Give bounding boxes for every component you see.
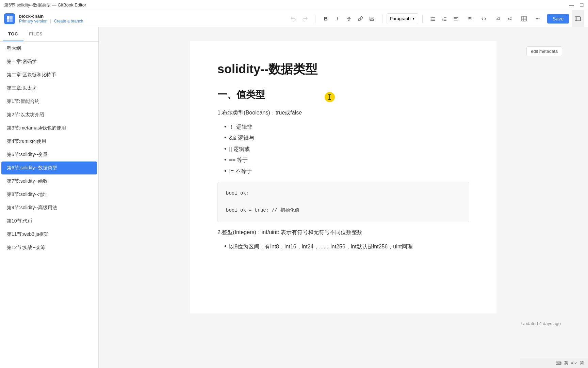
list-item: || 逻辑或 — [224, 143, 469, 154]
paragraph-chevron: ▼ — [412, 17, 415, 20]
keyboard-icon: ⌨ — [556, 361, 561, 366]
svg-rect-0 — [7, 16, 10, 19]
svg-point-25 — [536, 18, 537, 19]
sidebar-tabs: TOC FILES — [0, 27, 98, 42]
sep2 — [382, 15, 382, 23]
list-item: != 不等于 — [224, 166, 469, 177]
minimize-icon[interactable]: — — [569, 2, 574, 8]
sidebar-item-item-6[interactable]: 第2节:以太坊介绍 — [1, 108, 97, 121]
sidebar-item-item-7[interactable]: 第3节:metamask钱包的使用 — [1, 122, 97, 135]
svg-rect-4 — [370, 17, 374, 20]
indent-button[interactable] — [451, 13, 461, 24]
bullet-text: ！ 逻辑非 — [229, 122, 252, 132]
bullet-text: 以8位为区间，有int8，int16，int24，....，int256，int… — [229, 242, 413, 252]
window-controls: — ☐ — [569, 2, 584, 8]
svg-rect-19 — [471, 17, 472, 19]
more-button[interactable] — [532, 13, 543, 24]
edit-metadata-button[interactable]: edit metadata — [526, 46, 562, 56]
bullet-text: || 逻辑或 — [229, 144, 250, 154]
svg-rect-1 — [10, 16, 13, 19]
svg-point-8 — [431, 18, 432, 19]
sidebar-item-item-4[interactable]: 第三章:以太坊 — [1, 82, 97, 95]
paragraph-label: Paragraph — [390, 16, 410, 21]
main-layout: TOC FILES 程大纲第一章:密码学第二章:区块链和比特币第三章:以太坊第1… — [0, 27, 588, 368]
list-item: && 逻辑与 — [224, 132, 469, 143]
sidebar-item-item-15[interactable]: 第11节:web3.js框架 — [1, 228, 97, 241]
sidebar-item-item-1[interactable]: 程大纲 — [1, 42, 97, 55]
list-item: == 等于 — [224, 154, 469, 165]
sidebar-item-item-12[interactable]: 第8节:solidity--地址 — [1, 188, 97, 201]
svg-text:3.: 3. — [442, 19, 444, 21]
svg-rect-3 — [10, 19, 13, 22]
lang-cn: 简 — [580, 360, 584, 366]
lang-en: 英 — [564, 360, 568, 366]
bullet-text: == 等于 — [229, 155, 248, 165]
superscript-button[interactable]: x2 — [504, 13, 515, 24]
para2: 2.整型(Integers)：int/uint: 表示有符号和无符号不同位数整数 — [217, 228, 469, 237]
undo-redo-group — [288, 13, 310, 24]
editor-container[interactable]: solidity--数据类型 一、值类型 1.布尔类型(Booleans)：tr… — [190, 41, 496, 313]
bottom-bar: ⌨ 英 ♦ン 简 — [520, 358, 588, 368]
doc-title: solidity--数据类型 — [217, 61, 469, 77]
svg-point-6 — [431, 17, 432, 18]
toolbar: block-chain Primary version | Create a b… — [0, 10, 588, 27]
sidebar-item-item-2[interactable]: 第一章:密码学 — [1, 55, 97, 68]
code-button[interactable] — [478, 13, 489, 24]
redo-button[interactable] — [299, 13, 310, 24]
branch-info: Primary version | Create a branch — [19, 19, 83, 24]
bullet-list-2: 以8位为区间，有int8，int16，int24，....，int256，int… — [224, 241, 469, 252]
updated-badge: Updated 4 days ago — [521, 321, 561, 326]
sidebar-item-item-14[interactable]: 第10节:代币 — [1, 215, 97, 228]
image-button[interactable] — [366, 13, 377, 24]
title-bar: 第6节:solidity--数据类型 — GitBook Editor — ☐ — [0, 0, 588, 10]
svg-rect-28 — [575, 17, 581, 21]
primary-version-link[interactable]: Primary version — [19, 19, 47, 24]
sidebar-item-item-10[interactable]: 第6节:solidity--数据类型 — [1, 162, 97, 174]
branch-divider: | — [50, 19, 51, 24]
para1: 1.布尔类型(Booleans)：true或false — [217, 108, 469, 117]
code-block-1[interactable]: bool ok;bool ok = true; // 初始化值 — [217, 182, 469, 222]
strikethrough-button[interactable] — [343, 13, 354, 24]
subscript-button[interactable]: x2 — [493, 13, 504, 24]
list-group: 1.2.3. — [427, 13, 461, 24]
bullet-list-1: ！ 逻辑非&& 逻辑与|| 逻辑或== 等于!= 不等于 — [224, 121, 469, 177]
tab-files[interactable]: FILES — [23, 27, 48, 41]
sidebar: TOC FILES 程大纲第一章:密码学第二章:区块链和比特币第三章:以太坊第1… — [0, 27, 99, 368]
sidebar-item-item-3[interactable]: 第二章:区块链和比特币 — [1, 68, 97, 81]
numbered-list-button[interactable]: 1.2.3. — [439, 13, 450, 24]
bullet-list-button[interactable] — [427, 13, 438, 24]
sidebar-item-item-9[interactable]: 第5节:solidity--变量 — [1, 148, 97, 161]
svg-point-10 — [431, 20, 432, 21]
svg-rect-20 — [522, 16, 526, 21]
sidebar-item-item-16[interactable]: 第12节:实战--众筹 — [1, 241, 97, 254]
app-logo — [4, 13, 15, 24]
sidebar-item-item-11[interactable]: 第7节:solidity--函数 — [1, 175, 97, 188]
quote-button[interactable] — [465, 13, 476, 24]
paragraph-select[interactable]: Paragraph ▼ — [387, 13, 418, 24]
sidebar-toggle-button[interactable] — [572, 10, 584, 27]
lang-symbol: ♦ン — [571, 360, 577, 366]
undo-button[interactable] — [288, 13, 299, 24]
code-line-1: bool ok; — [226, 189, 461, 198]
italic-button[interactable]: I — [332, 13, 343, 24]
svg-point-27 — [539, 18, 540, 19]
content-area[interactable]: edit metadata solidity--数据类型 一、值类型 1.布尔类… — [99, 27, 588, 368]
save-button[interactable]: Save — [547, 14, 569, 24]
list-item: 以8位为区间，有int8，int16，int24，....，int256，int… — [224, 241, 469, 252]
toc-list: 程大纲第一章:密码学第二章:区块链和比特币第三章:以太坊第1节:智能合约第2节:… — [0, 42, 98, 368]
script-group: x2 x2 — [493, 13, 515, 24]
svg-rect-2 — [7, 19, 10, 22]
sep3 — [422, 15, 423, 23]
tab-toc[interactable]: TOC — [3, 27, 23, 41]
table-button[interactable] — [519, 13, 529, 24]
maximize-icon[interactable]: ☐ — [579, 2, 584, 8]
create-branch-link[interactable]: Create a branch — [54, 19, 83, 24]
sidebar-item-item-5[interactable]: 第1节:智能合约 — [1, 95, 97, 108]
bullet-text: != 不等于 — [229, 167, 251, 177]
sidebar-item-item-8[interactable]: 第4节:remix的使用 — [1, 135, 97, 148]
link-button[interactable] — [355, 13, 366, 24]
bold-button[interactable]: B — [320, 13, 331, 24]
sidebar-item-item-13[interactable]: 第9节:solidity--高级用法 — [1, 201, 97, 214]
svg-rect-18 — [468, 17, 470, 19]
list-item: ！ 逻辑非 — [224, 121, 469, 132]
